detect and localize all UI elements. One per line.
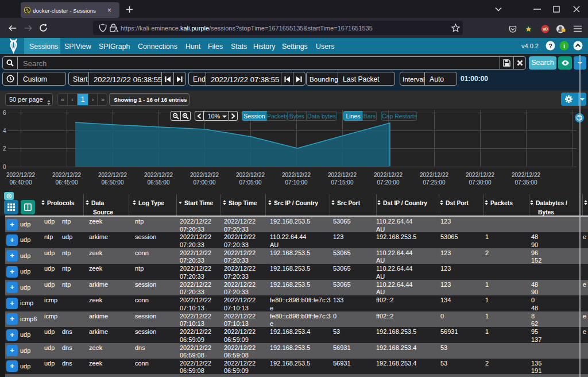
svg-text:?: ? xyxy=(548,43,552,49)
svg-text:uD: uD xyxy=(543,27,548,31)
svg-text:i: i xyxy=(563,43,565,49)
